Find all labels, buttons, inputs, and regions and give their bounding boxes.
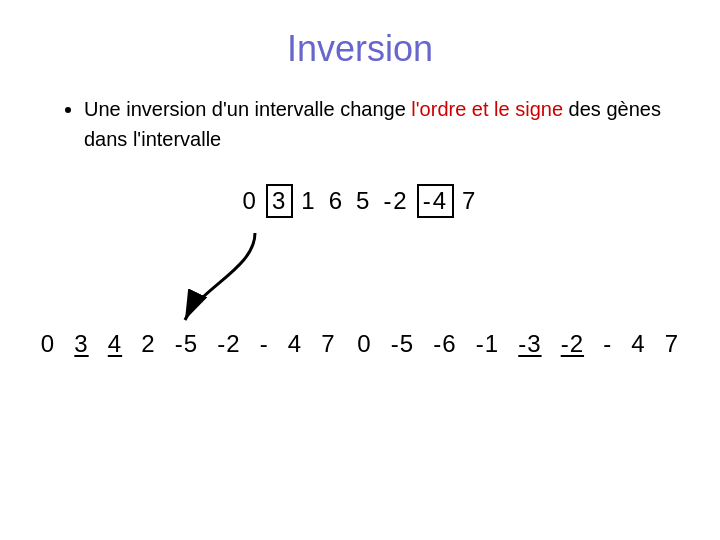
br-0: 0 — [353, 328, 375, 360]
br-neg6: -6 — [429, 328, 460, 360]
bottom-left-sequence: 0 3 4 2 -5 -2 - 4 7 — [35, 328, 342, 360]
seq-top-7: 7 — [458, 185, 481, 217]
bl-7: 7 — [317, 328, 339, 360]
br-4: 4 — [627, 328, 649, 360]
page-title: Inversion — [0, 28, 720, 70]
top-sequence: 0 3 1 6 5 -2 -4 7 — [0, 184, 720, 218]
arrow-area — [100, 228, 620, 328]
bullet-section: Une inversion d'un intervalle change l'o… — [60, 94, 680, 154]
seq-top-neg2: -2 — [379, 185, 412, 217]
br-neg5: -5 — [387, 328, 418, 360]
bl-2: 2 — [137, 328, 159, 360]
bl-4b: 4 — [284, 328, 306, 360]
bl-3: 3 — [70, 328, 92, 360]
bl-neg5: -5 — [171, 328, 202, 360]
seq-top-1: 1 — [297, 185, 320, 217]
bl-dash: - — [256, 328, 273, 360]
br-neg2: -2 — [557, 328, 588, 360]
br-neg3: -3 — [514, 328, 545, 360]
seq-top-neg4: -4 — [417, 184, 454, 218]
bl-0: 0 — [37, 328, 59, 360]
seq-top-6: 6 — [325, 185, 348, 217]
seq-top-5: 5 — [352, 185, 375, 217]
br-7: 7 — [661, 328, 683, 360]
br-dash: - — [599, 328, 616, 360]
arrow-svg — [100, 228, 620, 328]
bottom-sequences: 0 3 4 2 -5 -2 - 4 7 0 -5 -6 -1 -3 -2 - 4… — [0, 328, 720, 360]
bullet-highlight: l'ordre et le signe — [411, 98, 563, 120]
seq-top-3: 3 — [266, 184, 293, 218]
bottom-right-sequence: 0 -5 -6 -1 -3 -2 - 4 7 — [351, 328, 685, 360]
br-neg1: -1 — [472, 328, 503, 360]
bl-4: 4 — [104, 328, 126, 360]
seq-top-0: 0 — [239, 185, 262, 217]
bl-neg2: -2 — [213, 328, 244, 360]
bullet-text-part1: Une inversion d'un intervalle change — [84, 98, 411, 120]
